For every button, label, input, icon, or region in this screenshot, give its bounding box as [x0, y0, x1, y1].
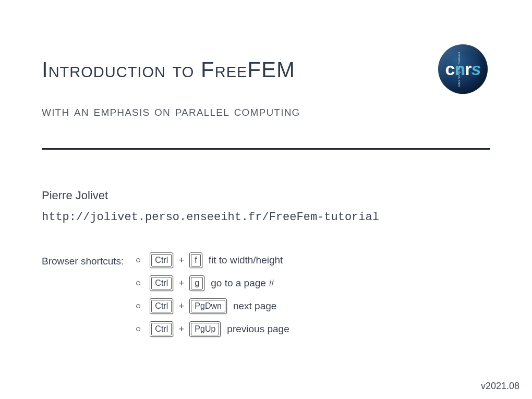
cnrs-logo-tagline: advancing the frontiers: [457, 52, 461, 87]
plus-separator: +: [177, 300, 185, 312]
plus-separator: +: [177, 255, 185, 266]
page-subtitle: with an emphasis on parallel computing: [42, 103, 490, 119]
tutorial-url[interactable]: http://jolivet.perso.enseeiht.fr/FreeFem…: [42, 211, 490, 224]
key-label: Ctrl: [151, 300, 172, 312]
cnrs-logo-text: cnrs: [445, 59, 481, 79]
shortcut-item: Ctrl+PgUpprevious page: [136, 321, 289, 337]
key-label: g: [191, 277, 203, 289]
plus-separator: +: [177, 323, 185, 335]
shortcut-desc: previous page: [227, 323, 289, 335]
key-icon: g: [189, 275, 204, 291]
key-icon: Ctrl: [150, 298, 173, 314]
key-icon: Ctrl: [150, 252, 173, 268]
key-label: Ctrl: [151, 277, 172, 289]
shortcuts-label: Browser shortcuts:: [42, 252, 124, 270]
author-block: Pierre Jolivet http://jolivet.perso.ense…: [42, 189, 490, 224]
shortcut-desc: go to a page #: [211, 277, 274, 289]
divider: [42, 148, 490, 150]
key-icon: PgUp: [189, 321, 221, 337]
key-icon: Ctrl: [150, 321, 173, 337]
header: Introduction to FreeFEM: [42, 57, 490, 82]
page-title: Introduction to FreeFEM: [42, 57, 295, 82]
key-icon: Ctrl: [150, 275, 173, 291]
bullet-icon: [136, 281, 140, 285]
key-label: f: [191, 254, 200, 267]
shortcut-desc: next page: [233, 300, 276, 312]
cnrs-logo-circle: advancing the frontiers cnrs: [438, 44, 488, 94]
key-label: PgUp: [191, 323, 219, 335]
shortcut-item: Ctrl+ggo to a page #: [136, 275, 289, 291]
bullet-icon: [136, 258, 140, 262]
version-label: v2021.08: [481, 381, 519, 392]
key-label: Ctrl: [151, 323, 172, 335]
key-icon: PgDwn: [189, 298, 227, 314]
key-icon: f: [189, 252, 202, 268]
key-label: Ctrl: [151, 254, 172, 267]
key-label: PgDwn: [191, 300, 225, 312]
plus-separator: +: [177, 277, 185, 289]
cnrs-logo: advancing the frontiers cnrs: [438, 44, 488, 94]
shortcut-item: Ctrl+ffit to width/height: [136, 252, 289, 268]
shortcuts-section: Browser shortcuts: Ctrl+ffit to width/he…: [42, 252, 490, 337]
bullet-icon: [136, 327, 140, 331]
bullet-icon: [136, 304, 140, 308]
shortcut-desc: fit to width/height: [209, 255, 283, 266]
author-name: Pierre Jolivet: [42, 189, 490, 202]
shortcuts-list: Ctrl+ffit to width/heightCtrl+ggo to a p…: [136, 252, 289, 337]
slide: advancing the frontiers cnrs Introductio…: [0, 0, 532, 399]
shortcut-item: Ctrl+PgDwnnext page: [136, 298, 289, 314]
